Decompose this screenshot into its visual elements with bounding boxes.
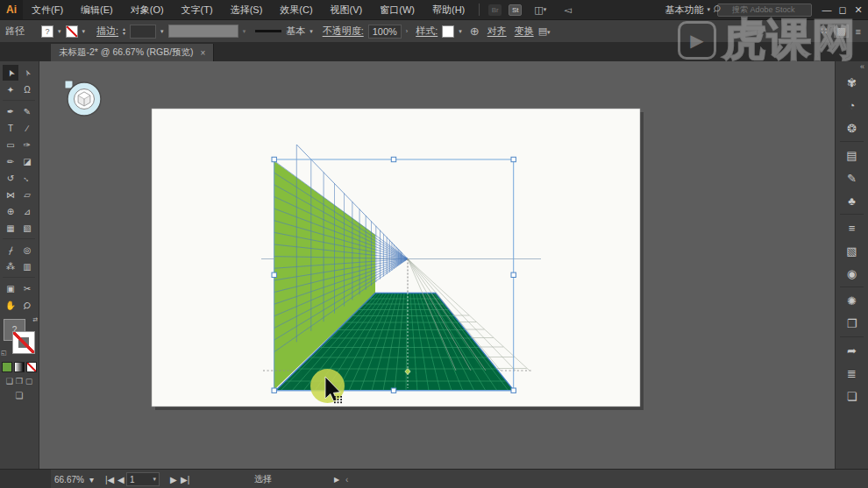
gradient-tool[interactable]: ▧: [19, 220, 35, 236]
style-chevron-icon[interactable]: ▾: [459, 28, 462, 35]
stroke-weight-field[interactable]: [130, 25, 156, 39]
pencil-tool[interactable]: ✏: [3, 153, 18, 169]
screen-mode-button[interactable]: ❏: [0, 391, 39, 400]
touch-dots-icon[interactable]: ∷: [821, 25, 827, 37]
stock-icon[interactable]: St: [509, 4, 522, 16]
selection-handle[interactable]: [272, 272, 276, 277]
stroke-weight-stepper[interactable]: ▴▾: [123, 27, 125, 36]
transform-button[interactable]: 变换: [515, 25, 534, 38]
paintbrush-tool[interactable]: ✑: [19, 137, 35, 152]
curvature-tool[interactable]: ✎: [19, 103, 35, 119]
brush-definition-label[interactable]: 基本: [286, 25, 305, 38]
selection-handle[interactable]: [391, 157, 395, 161]
gradient-panel-icon[interactable]: ▧: [836, 239, 868, 262]
zoom-chevron-icon[interactable]: ▾: [89, 470, 94, 488]
color-button[interactable]: [2, 362, 12, 372]
width-tool[interactable]: ⋈: [3, 187, 18, 202]
transform-options[interactable]: ▤▾: [538, 25, 551, 37]
stroke-chevron-icon[interactable]: ▾: [82, 28, 86, 35]
stroke-weight-label[interactable]: 描边:: [96, 25, 118, 38]
perspective-grid-tool[interactable]: ⊿: [19, 203, 35, 219]
style-swatch[interactable]: [442, 25, 454, 38]
slice-tool[interactable]: ✂: [19, 280, 35, 296]
zoom-tool[interactable]: Ϙ: [19, 297, 35, 313]
menu-item-对象[interactable]: 对象(O): [122, 0, 173, 19]
bridge-icon[interactable]: Br: [488, 4, 502, 16]
symbols-panel-icon[interactable]: ♣: [836, 189, 868, 212]
gradient-button[interactable]: [14, 362, 25, 372]
menu-item-视图[interactable]: 视图(V): [322, 0, 372, 19]
tab-close-icon[interactable]: ×: [201, 48, 206, 58]
selection-handle[interactable]: [511, 157, 516, 161]
zoom-level[interactable]: 66.67%: [54, 470, 84, 488]
fill-stroke-widget[interactable]: ⇄ ? ◱: [1, 318, 38, 358]
stroke-weight-chevron-icon[interactable]: ▾: [160, 28, 164, 35]
status-back-icon[interactable]: ‹: [345, 470, 348, 488]
arrange-documents-button[interactable]: ◫▾: [525, 0, 555, 19]
menu-item-编辑[interactable]: 编辑(E): [72, 0, 122, 19]
selection-handle[interactable]: [391, 388, 395, 393]
stroke-panel-icon[interactable]: ≡: [836, 216, 868, 239]
graphic-styles-panel-icon[interactable]: ❐: [836, 312, 868, 335]
menu-item-选择[interactable]: 选择(S): [222, 0, 272, 19]
artboard-tool[interactable]: ▣: [3, 280, 18, 296]
symbol-sprayer-tool[interactable]: ⁂: [3, 258, 18, 274]
next-artboard-button[interactable]: ▶: [170, 470, 177, 488]
dock-collapse-icon[interactable]: «: [836, 61, 868, 71]
layers-panel-icon[interactable]: ≣: [836, 362, 868, 385]
selection-handle[interactable]: [272, 157, 276, 161]
column-graph-tool[interactable]: ▥: [19, 258, 35, 274]
swap-fill-stroke-icon[interactable]: ⇄: [32, 316, 38, 323]
fill-chevron-icon[interactable]: ▾: [58, 28, 61, 35]
pathfinder-panel-icon[interactable]: ❂: [836, 117, 868, 139]
magic-wand-tool[interactable]: ✦: [3, 81, 18, 97]
free-transform-tool[interactable]: ▱: [19, 187, 35, 202]
draw-behind-icon[interactable]: ❒: [16, 377, 23, 385]
selection-handle[interactable]: [272, 388, 276, 393]
eyedropper-tool[interactable]: ∤: [3, 242, 18, 258]
panel-menu-icon[interactable]: ≡: [856, 26, 861, 37]
blend-tool[interactable]: ◎: [19, 242, 35, 258]
opacity-label[interactable]: 不透明度:: [323, 25, 364, 38]
default-fill-stroke-icon[interactable]: ◱: [1, 350, 7, 357]
menu-item-效果[interactable]: 效果(C): [271, 0, 321, 19]
draw-inside-icon[interactable]: ▢: [25, 377, 33, 385]
rotate-tool[interactable]: ↺: [3, 170, 18, 186]
grid-toggle-icon[interactable]: ▩: [834, 25, 848, 38]
workspace-switcher[interactable]: 基本功能▾: [665, 4, 710, 17]
fill-swatch[interactable]: ?: [41, 25, 53, 38]
shape-properties-icon[interactable]: ⊕: [470, 25, 480, 38]
first-artboard-button[interactable]: |◀: [105, 470, 114, 488]
menu-item-帮助[interactable]: 帮助(H): [423, 0, 473, 19]
prev-artboard-button[interactable]: ◀: [117, 470, 125, 488]
line-segment-tool[interactable]: ∕: [19, 120, 35, 136]
stroke-swatch[interactable]: [66, 25, 78, 38]
color-guide-panel-icon[interactable]: ◔: [836, 94, 868, 117]
minimize-button[interactable]: —: [819, 4, 835, 15]
close-button[interactable]: ✕: [850, 4, 866, 16]
menu-item-窗口[interactable]: 窗口(W): [371, 0, 423, 19]
share-button[interactable]: ◅: [555, 0, 580, 19]
opacity-field[interactable]: 100%: [368, 25, 402, 39]
eraser-tool[interactable]: ◪: [19, 153, 35, 169]
search-input[interactable]: [717, 4, 812, 17]
selection-handle[interactable]: [511, 388, 516, 393]
lasso-tool[interactable]: Ω: [19, 81, 35, 97]
status-play-icon[interactable]: ▶: [334, 470, 339, 488]
none-button[interactable]: [26, 362, 37, 372]
opacity-expand-icon[interactable]: ›: [406, 28, 408, 34]
mesh-tool[interactable]: ▦: [3, 220, 18, 236]
artboards-panel-icon[interactable]: ❏: [836, 385, 868, 407]
rectangle-tool[interactable]: ▭: [3, 137, 18, 152]
brushes-panel-icon[interactable]: ✎: [836, 166, 868, 189]
stroke-proxy[interactable]: [12, 331, 35, 354]
width-profile-dropdown[interactable]: [168, 25, 238, 38]
align-button[interactable]: 对齐: [487, 25, 507, 38]
color-panel-icon[interactable]: ✾: [836, 71, 868, 94]
type-tool[interactable]: T: [3, 120, 18, 136]
appearance-panel-icon[interactable]: ✺: [836, 289, 868, 312]
pen-tool[interactable]: ✒: [3, 103, 18, 119]
style-label[interactable]: 样式:: [416, 25, 438, 38]
artboard-field[interactable]: 1▾: [126, 472, 160, 486]
scale-tool[interactable]: ↔: [19, 170, 35, 186]
